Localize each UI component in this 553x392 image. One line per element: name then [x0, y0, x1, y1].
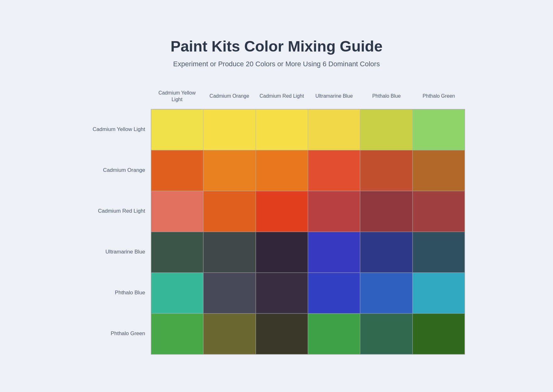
- color-cell-0-0: [151, 109, 203, 150]
- color-cell-1-0: [151, 150, 203, 191]
- color-grid: [151, 109, 465, 355]
- color-cell-3-0: [151, 232, 203, 273]
- color-cell-2-3: [308, 191, 360, 232]
- color-cell-0-4: [360, 109, 412, 150]
- row-label-3: Ultramarine Blue: [88, 231, 151, 272]
- row-label-4: Phthalo Blue: [88, 272, 151, 313]
- color-cell-0-3: [308, 109, 360, 150]
- col-header-1: Cadmium Orange: [203, 84, 256, 109]
- color-cell-5-1: [203, 313, 255, 354]
- col-header-5: Phthalo Green: [413, 84, 465, 109]
- color-cell-2-2: [256, 191, 308, 232]
- color-cell-3-4: [360, 232, 412, 273]
- col-header-3: Ultramarine Blue: [308, 84, 360, 109]
- color-cell-4-3: [308, 273, 360, 313]
- page-title: Paint Kits Color Mixing Guide: [88, 38, 465, 55]
- color-cell-2-4: [360, 191, 412, 232]
- color-cell-5-5: [413, 313, 465, 354]
- color-cell-4-1: [203, 273, 255, 313]
- page-subtitle: Experiment or Produce 20 Colors or More …: [88, 60, 465, 68]
- color-cell-4-4: [360, 273, 412, 313]
- color-grid-wrapper: Cadmium Yellow LightCadmium OrangeCadmiu…: [88, 84, 465, 355]
- color-cell-2-0: [151, 191, 203, 232]
- row-label-1: Cadmium Orange: [88, 150, 151, 191]
- color-cell-0-2: [256, 109, 308, 150]
- color-cell-1-2: [256, 150, 308, 191]
- color-cell-0-5: [413, 109, 465, 150]
- color-cell-1-3: [308, 150, 360, 191]
- col-header-0: Cadmium Yellow Light: [151, 84, 203, 109]
- color-cell-5-0: [151, 313, 203, 354]
- color-cell-5-3: [308, 313, 360, 354]
- row-label-0: Cadmium Yellow Light: [88, 109, 151, 150]
- color-cell-3-3: [308, 232, 360, 273]
- color-cell-0-1: [203, 109, 255, 150]
- page-container: Paint Kits Color Mixing Guide Experiment…: [69, 22, 484, 370]
- col-header-2: Cadmium Red Light: [255, 84, 308, 109]
- grid-section: Cadmium Yellow LightCadmium OrangeCadmiu…: [151, 84, 465, 355]
- col-header-4: Phthalo Blue: [360, 84, 413, 109]
- color-cell-2-1: [203, 191, 255, 232]
- color-cell-4-2: [256, 273, 308, 313]
- color-cell-5-4: [360, 313, 412, 354]
- color-cell-5-2: [256, 313, 308, 354]
- color-cell-1-4: [360, 150, 412, 191]
- color-cell-3-1: [203, 232, 255, 273]
- color-cell-3-5: [413, 232, 465, 273]
- color-cell-1-5: [413, 150, 465, 191]
- col-headers: Cadmium Yellow LightCadmium OrangeCadmiu…: [151, 84, 465, 109]
- color-cell-3-2: [256, 232, 308, 273]
- color-cell-4-0: [151, 273, 203, 313]
- color-cell-2-5: [413, 191, 465, 232]
- row-label-2: Cadmium Red Light: [88, 191, 151, 231]
- color-cell-4-5: [413, 273, 465, 313]
- color-cell-1-1: [203, 150, 255, 191]
- row-labels: Cadmium Yellow LightCadmium OrangeCadmiu…: [88, 84, 151, 355]
- label-spacer: [88, 84, 151, 109]
- row-label-5: Phthalo Green: [88, 313, 151, 354]
